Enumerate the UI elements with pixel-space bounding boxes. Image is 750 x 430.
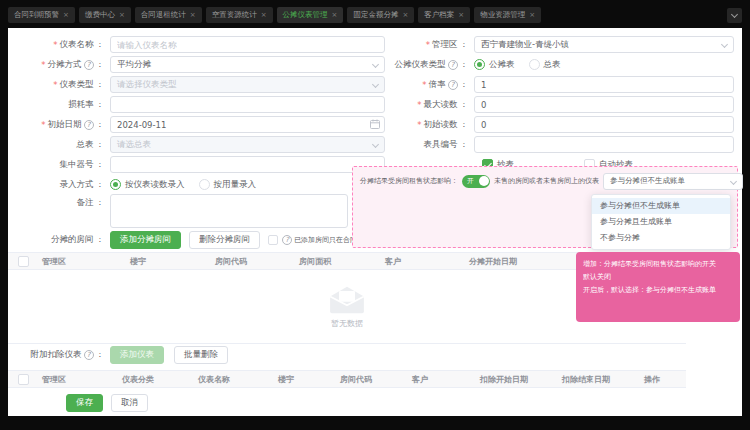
tab-label: 物业资源管理 (480, 10, 525, 20)
meter-name-input[interactable] (110, 36, 385, 53)
initial-reading-input[interactable] (474, 116, 734, 133)
tab-vacant-resource-stats[interactable]: 空置资源统计× (206, 7, 273, 23)
radio-master-meter-label: 总表 (544, 59, 561, 71)
initial-reading-label: 初始读数 (424, 119, 458, 131)
share-method-select[interactable]: 平均分摊 (110, 56, 385, 73)
add-deduct-meter-button[interactable]: 添加仪表 (110, 346, 164, 364)
chevron-down-icon (730, 177, 737, 184)
master-meter-label: 总表 (77, 139, 94, 151)
required-mark: * (422, 80, 426, 90)
unsold-meter-selected-value: 参与分摊但不生成账单 (610, 176, 685, 186)
add-share-room-button[interactable]: 添加分摊房间 (110, 231, 181, 249)
concentrator-input[interactable] (110, 156, 385, 173)
rate-label: 倍率 (429, 79, 446, 91)
app-window: 合同到期预警× 缴费中心× 合同退租统计× 空置资源统计× 公摊仪表管理× 固定… (0, 0, 750, 430)
deduct-meter-label: 附加扣除仪表 (31, 349, 82, 361)
remark-textarea[interactable] (110, 194, 348, 228)
radio-master-meter[interactable] (529, 59, 540, 70)
colon: ： (96, 349, 105, 361)
cancel-button[interactable]: 取消 (111, 394, 148, 412)
tab-contract-termination-stats[interactable]: 合同退租统计× (135, 7, 202, 23)
close-icon[interactable]: × (63, 12, 69, 19)
toggle-on-text: 开 (467, 175, 474, 188)
colon: ： (96, 59, 105, 71)
start-date-label: 初始日期 (48, 119, 82, 131)
radio-shared-meter-label: 公摊表 (489, 59, 515, 71)
tab-customer-archive[interactable]: 客户档案× (418, 7, 470, 23)
tab-property-resource-management[interactable]: 物业资源管理× (474, 7, 541, 23)
required-mark: * (426, 40, 430, 50)
save-button[interactable]: 保存 (66, 394, 103, 412)
option-no-share[interactable]: 不参与分摊 (592, 230, 730, 246)
close-icon[interactable]: × (332, 12, 338, 19)
max-reading-input[interactable] (474, 96, 734, 113)
column-header: 管理区 (38, 256, 126, 267)
tooltip-line: 开启后，默认选择：参与分摊但不生成账单 (583, 284, 733, 297)
column-header: 客户 (408, 374, 476, 385)
close-icon[interactable]: × (529, 12, 535, 19)
colon: ： (460, 79, 469, 91)
tab-label: 缴费中心 (85, 10, 115, 20)
entry-method-radio-group: 按仪表读数录入 按用量录入 (110, 179, 385, 191)
entry-method-label: 录入方式 (60, 179, 94, 191)
loss-rate-label: 损耗率 (68, 99, 94, 111)
column-header: 分摊开始日期 (465, 256, 565, 267)
radio-by-usage[interactable] (199, 179, 210, 190)
close-icon[interactable]: × (119, 12, 125, 19)
column-header: 房间代码 (211, 256, 295, 267)
meter-type-select[interactable]: 请选择仪表类型 (110, 76, 385, 93)
share-result-toggle-label: 分摊结果受房间租售状态影响 (360, 176, 451, 186)
master-meter-select[interactable]: 请选总表 (110, 136, 385, 153)
option-share-no-bill[interactable]: 参与分摊但不生成账单 (592, 198, 730, 214)
help-icon[interactable]: ? (84, 350, 94, 360)
help-icon[interactable]: ? (448, 80, 458, 90)
close-icon[interactable]: × (402, 12, 408, 19)
meter-no-input[interactable] (474, 136, 734, 153)
tab-payment-center[interactable]: 缴费中心× (79, 7, 131, 23)
option-share-with-bill[interactable]: 参与分摊且生成账单 (592, 214, 730, 230)
select-all-checkbox[interactable] (18, 256, 29, 267)
share-result-toggle[interactable]: 开 (462, 175, 490, 188)
share-meter-type-label: 公摊仪表类型 (395, 59, 446, 71)
radio-shared-meter[interactable] (474, 59, 485, 70)
tab-contract-expiry-warning[interactable]: 合同到期预警× (8, 7, 75, 23)
share-meter-type-radio-group: 公摊表 总表 (474, 59, 734, 71)
batch-delete-button[interactable]: 批量删除 (174, 346, 228, 364)
close-icon[interactable]: × (458, 12, 464, 19)
column-header: 操作 (640, 374, 686, 385)
deduct-meter-toolbar: 附加扣除仪表?： 添加仪表 批量删除 (12, 346, 228, 364)
management-area-value: 西宁青建物业-青缇小镇 (481, 39, 569, 51)
colon: ： (96, 39, 105, 51)
tab-label: 空置资源统计 (212, 10, 257, 20)
loss-rate-input[interactable] (110, 96, 385, 113)
colon: ： (96, 119, 105, 131)
colon: ： (460, 119, 469, 131)
close-icon[interactable]: × (190, 12, 196, 19)
rate-input[interactable] (474, 76, 734, 93)
help-icon[interactable]: ? (84, 120, 94, 130)
tab-list-dropdown[interactable] (727, 8, 742, 23)
colon: ： (460, 99, 469, 111)
colon: ： (96, 234, 105, 246)
column-header: 楼宇 (126, 256, 211, 267)
colon: ： (96, 159, 105, 171)
help-icon[interactable]: ? (282, 235, 292, 245)
column-header: 房间代码 (336, 374, 408, 385)
required-mark: * (417, 100, 421, 110)
unsold-meter-label: 未售的房间或者未售房间上的仪表 (494, 176, 599, 186)
start-date-input[interactable] (110, 116, 385, 133)
colon: ： (96, 139, 105, 151)
management-area-select[interactable]: 西宁青建物业-青缇小镇 (474, 36, 734, 53)
tab-fixed-amount-share[interactable]: 固定金额分摊× (347, 7, 414, 23)
help-icon[interactable]: ? (448, 60, 458, 70)
contract-period-checkbox[interactable] (268, 235, 278, 245)
unsold-meter-select[interactable]: 参与分摊但不生成账单 (603, 173, 743, 190)
toggle-knob (479, 176, 489, 186)
help-icon[interactable]: ? (84, 60, 94, 70)
share-toggle-tooltip: 增加：分摊结果受房间租售状态影响的开关 默认关闭 开启后，默认选择：参与分摊但不… (576, 252, 740, 322)
delete-share-room-button[interactable]: 删除分摊房间 (189, 231, 260, 249)
radio-by-reading[interactable] (110, 179, 121, 190)
tab-shared-meter-management[interactable]: 公摊仪表管理× (277, 7, 344, 23)
close-icon[interactable]: × (261, 12, 267, 19)
select-all-checkbox[interactable] (18, 374, 29, 385)
